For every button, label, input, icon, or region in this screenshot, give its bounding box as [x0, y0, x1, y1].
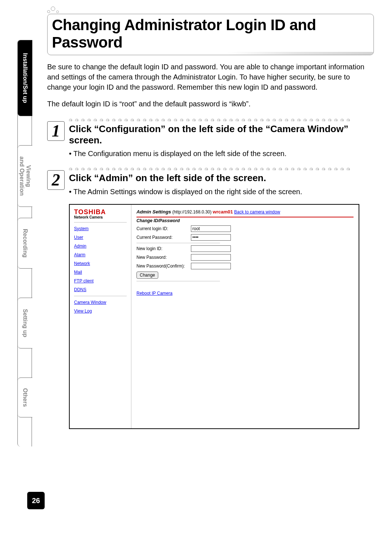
decorative-bubbles: [47, 7, 374, 13]
brand-logo: TOSHIBA: [74, 208, 127, 216]
new-pw2-label: New Password(Confirm):: [136, 264, 191, 269]
tab-label: Others: [22, 388, 28, 407]
divider: [136, 281, 220, 281]
shot-camera-name: wrcam01: [213, 209, 233, 215]
divider: [136, 243, 220, 243]
tab-label: Setting up: [22, 309, 28, 337]
new-pw-input[interactable]: [191, 254, 231, 261]
nav-ftp[interactable]: FTP client: [74, 278, 127, 283]
tab-installation[interactable]: Installation/Set up: [18, 40, 32, 116]
shot-nav: System User Admin Alarm Network Mail FTP…: [74, 226, 127, 314]
tab-others[interactable]: Others: [18, 378, 32, 417]
side-tab-rail: Installation/Set up Viewingand Operation…: [17, 40, 32, 446]
nav-alarm[interactable]: Alarm: [74, 252, 127, 257]
tab-label: Installation/Set up: [22, 53, 28, 103]
change-button[interactable]: Change: [136, 272, 158, 279]
nav-network[interactable]: Network: [74, 261, 127, 266]
new-pw-confirm-input[interactable]: [191, 263, 231, 269]
tab-viewing[interactable]: Viewingand Operation: [18, 145, 32, 207]
step-title: Click “Configuration” on the left side o…: [69, 123, 374, 146]
tab-label: Recording: [22, 229, 28, 257]
reboot-link[interactable]: Reboot IP Camera: [136, 291, 172, 296]
nav-user[interactable]: User: [74, 235, 127, 240]
current-id-value: root: [191, 225, 231, 232]
nav-ddns[interactable]: DDNS: [74, 287, 127, 292]
row-current-id: Current login ID: root: [136, 225, 354, 232]
shot-sidebar: TOSHIBA Network Camera System User Admin…: [70, 205, 131, 428]
page-title-box: Changing Administrator Login ID and Pass…: [47, 14, 374, 55]
step-divider-dots: [47, 117, 374, 121]
row-change-button: Change: [136, 272, 354, 279]
shot-url: (http://192.168.0.30): [172, 209, 212, 215]
back-to-camera-link[interactable]: Back to camera window: [234, 209, 280, 215]
intro-p2: The default login ID is “root” and the d…: [47, 99, 374, 109]
row-new-pw-confirm: New Password(Confirm):: [136, 263, 354, 269]
intro-text: Be sure to change the default login ID a…: [47, 62, 374, 109]
row-new-id: New login ID:: [136, 245, 354, 252]
page-number: 26: [32, 497, 40, 505]
page-number-badge: 26: [27, 492, 45, 509]
nav-mail[interactable]: Mail: [74, 270, 127, 275]
step-2: 2 Click “Admin” on the left side of the …: [47, 172, 374, 196]
current-id-label: Current login ID:: [136, 226, 191, 231]
step-number: 1: [47, 121, 65, 141]
shot-title: Admin Settings: [136, 209, 171, 215]
reboot-row: Reboot IP Camera: [136, 291, 354, 296]
step-bullet: • The Configuration menu is displayed on…: [69, 150, 374, 158]
step-divider-dots: [47, 166, 374, 170]
tab-setting-up[interactable]: Setting up: [18, 298, 32, 348]
nav-camera-window[interactable]: Camera Window: [74, 300, 127, 305]
step-1: 1 Click “Configuration” on the left side…: [47, 123, 374, 158]
page-title: Changing Administrator Login ID and Pass…: [52, 16, 369, 51]
nav-system[interactable]: System: [74, 226, 127, 231]
red-divider: [136, 217, 354, 217]
brand-subtitle: Network Camera: [74, 215, 127, 219]
row-new-pw: New Password:: [136, 254, 354, 261]
tab-recording[interactable]: Recording: [18, 218, 32, 269]
new-id-label: New login ID:: [136, 246, 191, 251]
nav-admin[interactable]: Admin: [74, 244, 127, 249]
section-heading: Change ID/Password: [136, 218, 354, 223]
step-title: Click “Admin” on the left side of the sc…: [69, 172, 374, 184]
tab-label: Viewingand Operation: [19, 156, 31, 196]
shot-header: Admin Settings (http://192.168.0.30) wrc…: [136, 209, 354, 215]
new-id-input[interactable]: [191, 245, 231, 252]
intro-p1: Be sure to change the default login ID a…: [47, 62, 374, 92]
step-bullet: • The Admin Settings window is displayed…: [69, 188, 374, 196]
shot-main: Admin Settings (http://192.168.0.30) wrc…: [131, 205, 359, 428]
current-pw-value: ••••: [191, 234, 231, 241]
row-current-pw: Current Password: ••••: [136, 234, 354, 241]
current-pw-label: Current Password:: [136, 235, 191, 240]
step-number: 2: [47, 170, 65, 190]
admin-settings-screenshot: TOSHIBA Network Camera System User Admin…: [69, 204, 359, 429]
new-pw-label: New Password:: [136, 255, 191, 260]
divider: [74, 296, 127, 296]
nav-view-log[interactable]: View Log: [74, 309, 127, 314]
divider: [74, 222, 127, 223]
